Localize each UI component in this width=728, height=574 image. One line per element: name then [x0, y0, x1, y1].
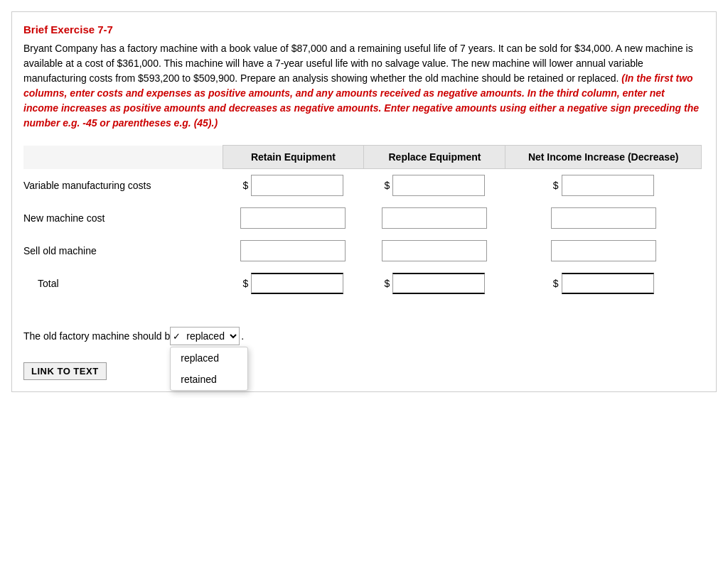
conclusion-area: The old factory machine should b ✓ repla… — [23, 311, 702, 380]
retain-total-input[interactable] — [251, 273, 343, 294]
dollar-sign-retain-var: $ — [243, 180, 249, 191]
table-row: New machine cost — [23, 202, 702, 234]
row-label-sell-old: Sell old machine — [23, 234, 223, 267]
dollar-sign-retain-total: $ — [243, 278, 249, 289]
exercise-container: Brief Exercise 7-7 Bryant Company has a … — [11, 11, 717, 392]
dollar-sign-net-total: $ — [553, 278, 559, 289]
conclusion-row: The old factory machine should b ✓ repla… — [23, 327, 702, 345]
retain-total-cell: $ — [223, 267, 364, 300]
link-to-text-button[interactable]: LINK TO TEXT — [23, 362, 107, 380]
retain-sellold-cell — [223, 234, 364, 267]
net-variable-input[interactable] — [562, 175, 654, 196]
row-label-new-machine: New machine cost — [23, 202, 223, 234]
analysis-table: Retain Equipment Replace Equipment Net I… — [23, 145, 702, 300]
problem-text-normal: Bryant Company has a factory machine wit… — [23, 43, 693, 84]
replace-newmachine-input[interactable] — [382, 207, 487, 229]
replace-sellold-cell — [364, 234, 505, 267]
row-label-total: Total — [23, 267, 223, 300]
col-header-retain: Retain Equipment — [223, 146, 364, 169]
net-sellold-input[interactable] — [551, 240, 656, 261]
conclusion-text-before: The old factory machine should b — [23, 330, 170, 342]
table-row: Sell old machine — [23, 234, 702, 267]
retain-variable-cell: $ — [223, 169, 364, 202]
net-sellold-cell — [505, 234, 702, 267]
table-row-total: Total $ $ — [23, 267, 702, 300]
dropdown-option-retained[interactable]: retained — [171, 369, 247, 390]
replace-sellold-input[interactable] — [382, 240, 487, 261]
replace-total-input[interactable] — [392, 273, 485, 294]
col-header-empty — [23, 146, 223, 169]
analysis-table-container: Retain Equipment Replace Equipment Net I… — [23, 145, 702, 300]
problem-text: Bryant Company has a factory machine wit… — [23, 41, 702, 131]
col-header-replace: Replace Equipment — [364, 146, 505, 169]
retain-newmachine-cell — [223, 202, 364, 234]
replace-variable-cell: $ — [364, 169, 505, 202]
footer-row: LINK TO TEXT — [23, 354, 702, 380]
row-label-variable: Variable manufacturing costs — [23, 169, 223, 202]
net-newmachine-cell — [505, 202, 702, 234]
replace-variable-input[interactable] — [392, 175, 485, 196]
dollar-sign-replace-var: $ — [385, 180, 390, 191]
col-header-net: Net Income Increase (Decrease) — [505, 146, 702, 169]
net-total-input[interactable] — [562, 273, 654, 294]
dollar-sign-net-var: $ — [553, 180, 559, 191]
retain-variable-input[interactable] — [251, 175, 343, 196]
retain-sellold-input[interactable] — [240, 240, 346, 261]
net-total-cell: $ — [505, 267, 702, 300]
exercise-title: Brief Exercise 7-7 — [23, 23, 702, 36]
conclusion-popup-dropdown[interactable]: replaced retained — [170, 347, 248, 391]
dollar-sign-replace-total: $ — [385, 278, 390, 289]
net-variable-cell: $ — [505, 169, 702, 202]
conclusion-select[interactable]: replaced retained — [170, 327, 240, 345]
dropdown-option-replaced[interactable]: replaced — [171, 347, 247, 369]
table-row: Variable manufacturing costs $ $ — [23, 169, 702, 202]
net-newmachine-input[interactable] — [551, 207, 656, 229]
replace-total-cell: $ — [364, 267, 505, 300]
replace-newmachine-cell — [364, 202, 505, 234]
retain-newmachine-input[interactable] — [240, 207, 346, 229]
conclusion-text-after: . — [241, 330, 244, 342]
conclusion-dropdown-wrapper: ✓ replaced retained replaced retained — [170, 327, 240, 345]
